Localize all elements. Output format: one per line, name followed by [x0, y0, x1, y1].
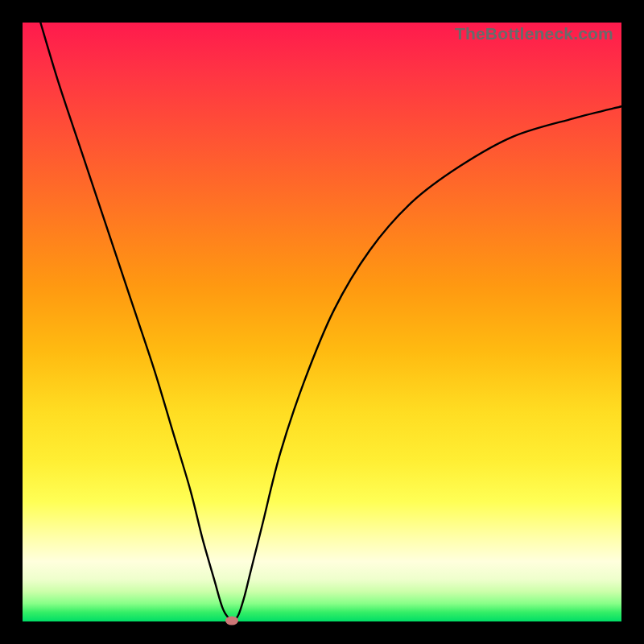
curve-svg: [23, 23, 621, 621]
bottleneck-curve: [40, 23, 621, 621]
chart-container: TheBottleneck.com: [0, 0, 644, 644]
plot-area: TheBottleneck.com: [23, 23, 621, 621]
optimum-marker: [225, 616, 238, 625]
